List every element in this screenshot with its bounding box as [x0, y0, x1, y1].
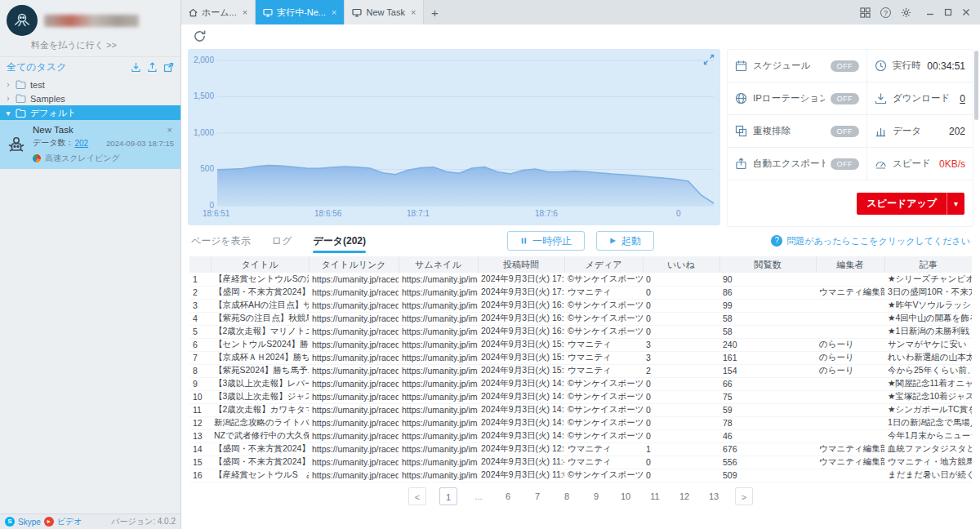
speedup-button[interactable]: スピードアップ ▾	[857, 193, 964, 215]
page-9[interactable]: 9	[588, 487, 604, 505]
help-icon[interactable]: ?	[880, 7, 891, 18]
table-cell: 3	[189, 299, 211, 312]
page-12[interactable]: 12	[676, 487, 693, 505]
next-page-button[interactable]: >	[735, 487, 753, 505]
table-cell: 58	[719, 312, 816, 325]
tab-running[interactable]: 実行中-Ne... ×	[256, 0, 345, 24]
tab-close-icon[interactable]: ×	[411, 7, 416, 17]
help-label: 問題があったらここをクリックしてください	[786, 235, 970, 247]
table-cell: 2024年9月3日(火) 15:00	[478, 338, 564, 351]
table-row[interactable]: 8【紫苑S2024】勝ち馬予...https://umanity.jp/race…	[189, 364, 972, 377]
table-cell: 【産経賞セントウルSの注...	[211, 273, 309, 286]
minimize-icon[interactable]	[926, 8, 934, 16]
table-cell	[816, 325, 884, 338]
new-tab-button[interactable]: +	[424, 0, 445, 24]
tab-home[interactable]: ホーム... ×	[181, 0, 256, 24]
table-cell: ©サンケイスポーツ	[564, 325, 643, 338]
apps-grid-icon[interactable]	[860, 7, 871, 18]
tab-close-icon[interactable]: ×	[243, 7, 247, 17]
prev-page-button[interactable]: <	[408, 487, 426, 505]
settings-gear-icon[interactable]	[901, 7, 911, 18]
pay-link[interactable]: 料金を払うに行く >>	[7, 36, 174, 56]
table-row[interactable]: 16【産経賞セントウルS み...https://umanity.jp/race…	[189, 469, 972, 482]
open-window-icon[interactable]	[163, 62, 174, 73]
schedule-toggle[interactable]: OFF	[831, 60, 860, 72]
folder-item-samples[interactable]: › Samples	[0, 91, 180, 105]
table-row[interactable]: 3【京成杯AHの注目点】サ...https://umanity.jp/raced…	[189, 299, 972, 312]
home-icon	[189, 8, 198, 17]
problem-help-link[interactable]: ? 問題があったらここをクリックしてください	[771, 235, 970, 247]
page-7[interactable]: 7	[529, 487, 546, 505]
expand-chart-icon[interactable]	[703, 54, 715, 65]
folder-label: デフォルト	[30, 107, 76, 119]
all-tasks-row[interactable]: 全てのタスク	[0, 56, 180, 78]
export-task-icon[interactable]	[147, 62, 158, 73]
tab-label: ホーム...	[202, 7, 237, 19]
page-8[interactable]: 8	[559, 487, 575, 505]
table-row[interactable]: 6【セントウルS2024】勝...https://umanity.jp/race…	[189, 338, 972, 351]
maximize-icon[interactable]	[944, 8, 952, 16]
chevron-down-icon[interactable]: ▾	[5, 109, 11, 118]
page-11[interactable]: 11	[647, 487, 663, 505]
view-tab-log[interactable]: ログ	[272, 231, 292, 251]
table-row[interactable]: 1【産経賞セントウルSの注...https://umanity.jp/raced…	[189, 273, 972, 286]
table-row[interactable]: 10【3歳以上次走報】ジャス...https://umanity.jp/race…	[189, 390, 972, 403]
table-row[interactable]: 4【紫苑Sの注目点】秋競馬...https://umanity.jp/raced…	[189, 312, 972, 325]
table-cell: 血統ファンタジスタとして...	[884, 442, 972, 456]
table-row[interactable]: 12新潟記念攻略のライトバッ...https://umanity.jp/race…	[189, 416, 972, 429]
tab-close-icon[interactable]: ×	[332, 7, 336, 17]
pagination: <1...678910111213>	[181, 482, 980, 510]
table-row[interactable]: 15【盛岡・不来方賞2024】...https://umanity.jp/rac…	[189, 456, 972, 469]
download-count-link[interactable]: 0	[960, 93, 965, 104]
task-timestamp: 2024-09-03 18:7:15	[106, 139, 174, 148]
dedupe-toggle[interactable]: OFF	[831, 126, 860, 137]
refresh-icon[interactable]	[193, 29, 207, 43]
table-row[interactable]: 13NZで武者修行中の大久保...https://umanity.jp/race…	[189, 429, 972, 442]
page-1[interactable]: 1	[439, 487, 457, 505]
task-item-selected[interactable]: New Task × データ数： 202 2024-09-03 18:7:15 …	[0, 120, 180, 169]
vertical-scrollbar[interactable]	[974, 51, 978, 120]
column-header: 編集者	[816, 256, 884, 273]
table-cell: 2024年9月3日(火) 12:05	[478, 442, 564, 456]
page-10[interactable]: 10	[617, 487, 634, 505]
table-cell: ★シンガポールTC賞を勝...	[884, 403, 972, 416]
table-row[interactable]: 11【2歳次走報】カワキタマ...https://umanity.jp/race…	[189, 403, 972, 416]
table-cell: 1	[189, 273, 211, 286]
close-icon[interactable]	[962, 8, 970, 16]
ip-rotation-toggle[interactable]: OFF	[831, 93, 860, 104]
folder-item-test[interactable]: › test	[0, 78, 180, 91]
chevron-right-icon[interactable]: ›	[5, 80, 11, 89]
start-button[interactable]: 起動	[596, 231, 654, 251]
chevron-down-icon[interactable]: ▾	[947, 193, 964, 215]
table-row[interactable]: 5【2歳次走報】マリノトニ...https://umanity.jp/raced…	[189, 325, 972, 338]
pause-button[interactable]: 一時停止	[507, 231, 585, 251]
table-row[interactable]: 2【盛岡・不来方賞2024】...https://umanity.jp/race…	[189, 286, 972, 299]
video-link[interactable]: ビデオ	[57, 516, 82, 527]
skype-link[interactable]: Skype	[18, 518, 41, 527]
view-tab-page[interactable]: ページを表示	[191, 231, 251, 251]
page-6[interactable]: 6	[500, 487, 516, 505]
table-row[interactable]: 7【京成杯ＡＨ2024】勝ち...https://umanity.jp/race…	[189, 351, 972, 364]
table-cell	[816, 377, 884, 390]
auto-export-toggle[interactable]: OFF	[831, 158, 860, 170]
table-cell: 【盛岡・不来方賞2024】...	[211, 286, 309, 299]
table-cell: ©サンケイスポーツ	[564, 312, 643, 325]
folder-item-default-selected[interactable]: ▾ デフォルト	[0, 105, 180, 120]
table-cell: https://umanity.jp/racedata...	[309, 456, 399, 469]
table-cell: https://umanity.jp/image/ne...	[399, 442, 478, 456]
view-tab-data[interactable]: データ(202)	[313, 231, 366, 251]
page-13[interactable]: 13	[706, 487, 722, 505]
data-count-link[interactable]: 202	[74, 139, 88, 148]
table-row[interactable]: 9【3歳以上次走報】レバー...https://umanity.jp/raced…	[189, 377, 972, 390]
tab-new-task[interactable]: New Task ×	[345, 0, 424, 24]
chevron-right-icon[interactable]: ›	[5, 94, 11, 103]
table-cell	[816, 299, 884, 312]
task-close-icon[interactable]: ×	[166, 125, 174, 135]
stat-ip-rotation: IPローテーション OFF	[728, 82, 866, 115]
table-row[interactable]: 14【盛岡・不来方賞2024】...https://umanity.jp/rac…	[189, 442, 972, 456]
table-cell: 今年1月末からニュージー...	[884, 429, 972, 442]
import-task-icon[interactable]	[131, 62, 141, 73]
table-cell: のらーり	[816, 338, 884, 351]
table-cell: 3日の盛岡10R・不来方賞...	[884, 286, 972, 299]
stat-dedupe: 重複排除 OFF	[728, 115, 866, 148]
